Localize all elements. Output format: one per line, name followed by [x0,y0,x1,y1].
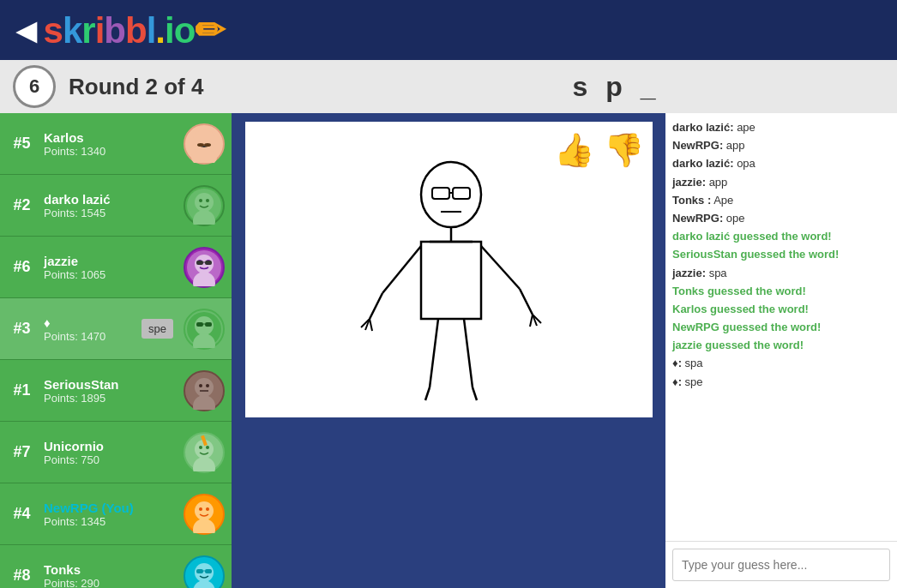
player-name: darko lazić [44,192,177,207]
chat-message-guessed: SeriousStan guessed the word! [672,247,890,262]
svg-rect-48 [453,188,470,199]
chat-sender: darko lazić: [672,121,734,134]
player-info: NewRPG (You) Points: 1345 [44,501,177,528]
player-points: Points: 1545 [44,207,177,219]
avatar [184,555,225,589]
logo-b2: b [125,10,147,51]
logo-k: k [63,10,81,51]
chat-messages: darko lazić: ape NewRPG: app darko lazić… [665,113,897,541]
sidebar: #5 Karlos Points: 1340 #2 darko lazi [0,113,232,588]
player-name: Karlos [44,130,177,145]
round-bar: 6 Round 2 of 4 s p _ [0,60,897,113]
svg-point-34 [206,446,209,449]
chat-sender: darko lazić: [672,157,734,170]
svg-rect-14 [196,261,203,265]
avatar [184,370,225,411]
chat-input-area [665,541,897,588]
player-item-drawing: #3 ♦ Points: 1470 spe [0,298,232,360]
svg-line-59 [370,319,372,331]
svg-point-7 [199,199,202,202]
diamond-icon: ♦: [672,357,682,369]
player-rank: #2 [7,196,37,214]
svg-point-33 [199,446,202,449]
chat-message: darko lazić: opa [672,156,890,171]
reaction-buttons: 👍 👎 [553,129,646,171]
main-content: #5 Karlos Points: 1340 #2 darko lazi [0,113,897,588]
chat-sender: NewRPG: [672,212,723,225]
svg-line-55 [382,246,421,293]
player-item: #7 Unicornio Points: 750 [0,422,232,483]
player-name: jazzie [44,254,177,268]
player-item-you: #4 NewRPG (You) Points: 1345 [0,483,232,545]
player-points: Points: 1065 [44,268,177,281]
svg-line-60 [481,246,520,289]
chat-message: NewRPG: ope [672,211,890,226]
chat-sender: jazzie: [672,176,706,189]
svg-rect-43 [196,569,203,573]
logo-dot: . [155,10,165,51]
drawing-indicator: spe [141,319,173,339]
canvas-area: 👍 👎 [232,113,665,588]
svg-line-68 [473,387,477,400]
svg-point-0 [193,129,215,152]
player-info: SeriousStan Points: 1895 [44,377,177,405]
player-item: #2 darko lazić Points: 1545 [0,175,232,237]
logo-io: io [165,10,195,51]
player-name: SeriousStan [44,377,177,392]
chat-message: NewRPG: app [672,138,890,153]
player-rank: #5 [7,135,37,153]
svg-point-39 [206,507,209,511]
player-item: #1 SeriousStan Points: 1895 [0,360,232,422]
player-info: Unicornio Points: 750 [44,439,177,466]
svg-point-36 [195,501,214,520]
player-item: #8 Tonks Points: 290 [0,545,232,588]
chat-input[interactable] [672,549,890,581]
player-name: ♦ [44,315,135,330]
svg-point-5 [195,193,214,212]
chat-message-guessed: Karlos guessed the word! [672,302,890,317]
chat-message: ♦: spa [672,356,890,371]
svg-rect-47 [432,188,449,199]
player-rank: #4 [7,505,37,523]
svg-point-2 [197,143,204,147]
avatar [184,309,225,350]
avatar [184,247,225,288]
player-info: jazzie Points: 1065 [44,254,177,281]
player-item: #5 Karlos Points: 1340 [0,113,232,175]
logo-s: s [44,10,63,51]
thumbsdown-button[interactable]: 👎 [603,129,646,171]
chat-message-guessed: jazzie guessed the word! [672,338,890,353]
player-points: Points: 290 [44,577,177,589]
diamond-icon: ♦: [672,375,682,388]
logo-l: l [147,10,156,51]
player-info: Tonks Points: 290 [44,562,177,589]
chat-message: darko lazić: ape [672,120,890,135]
thumbsup-button[interactable]: 👍 [553,129,596,171]
logo: ◄skribbl.io✏ [9,9,224,51]
player-rank: #3 [7,320,37,338]
svg-line-56 [370,293,382,319]
player-name: Unicornio [44,439,177,453]
avatar [184,123,225,165]
player-rank: #6 [7,258,37,276]
canvas-wrapper: 👍 👎 [245,122,653,417]
player-points: Points: 1345 [44,515,177,528]
timer-value: 6 [29,75,39,98]
svg-line-65 [430,319,438,387]
chat-message: jazzie: app [672,175,890,190]
player-name: NewRPG (You) [44,501,177,515]
chat-message: jazzie: spa [672,266,890,281]
svg-line-67 [425,387,430,400]
player-points: Points: 1470 [44,330,135,343]
player-info: Karlos Points: 1340 [44,130,177,158]
avatar [184,432,225,473]
chat-sender: jazzie: [672,267,706,279]
player-rank: #7 [7,443,37,461]
svg-point-38 [199,507,202,511]
svg-rect-15 [205,261,212,265]
svg-point-8 [206,199,209,202]
chat-message-guessed: Tonks guessed the word! [672,284,890,299]
svg-point-27 [206,384,209,387]
logo-arrow: ◄ [9,10,44,51]
player-points: Points: 1340 [44,145,177,158]
